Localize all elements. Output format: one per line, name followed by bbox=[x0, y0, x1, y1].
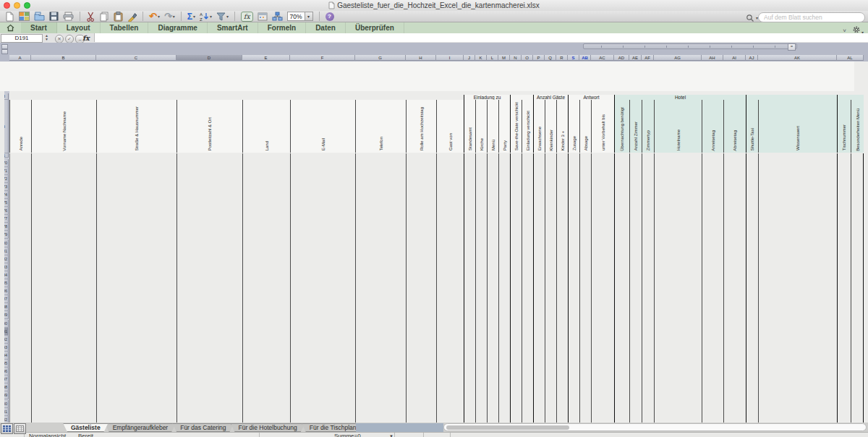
page-layout-view-button[interactable] bbox=[14, 423, 26, 434]
column-title-gast-von[interactable]: Gast von bbox=[436, 100, 464, 153]
formula-builder-icon[interactable]: fx bbox=[241, 11, 252, 22]
column-title-kirche[interactable]: Kirche bbox=[475, 100, 487, 153]
filter-icon[interactable]: ▾ bbox=[216, 11, 229, 22]
search-input[interactable] bbox=[758, 12, 865, 22]
column-header-L[interactable]: L bbox=[487, 55, 498, 61]
sum-dropdown-icon[interactable]: ▼ bbox=[389, 433, 393, 437]
column-header-R[interactable]: R bbox=[556, 55, 568, 61]
column-header-AC[interactable]: AC bbox=[591, 55, 614, 61]
column-header-P[interactable]: P bbox=[533, 55, 545, 61]
column-header-AB[interactable]: AB bbox=[579, 55, 591, 61]
column-header-AD[interactable]: AD bbox=[614, 55, 629, 61]
column-title-postleitzahl-ort[interactable]: Postleitzahl & Ort bbox=[176, 100, 242, 153]
toolbox-icon[interactable] bbox=[258, 11, 268, 22]
undo-icon[interactable]: ↶▾ bbox=[149, 11, 160, 22]
column-title-land[interactable]: Land bbox=[242, 100, 290, 153]
column-title-übernachtung-benötigt[interactable]: Übernachtung benötigt bbox=[614, 100, 629, 153]
column-title-telefon[interactable]: Telefon bbox=[355, 100, 406, 153]
column-title-unter-vorbehalt-bis[interactable]: unter Vorbehalt bis bbox=[591, 100, 614, 153]
ribbon-tab-daten[interactable]: Daten bbox=[306, 22, 346, 33]
column-title-tischnummer[interactable]: Tischnummer bbox=[837, 100, 851, 153]
column-header-AK[interactable]: AK bbox=[758, 55, 837, 61]
sheet-tab-empfängeraufkleber[interactable]: Empfängeraufkleber bbox=[105, 423, 176, 433]
column-title-shuttle-taxi[interactable]: Shuttle-Taxi bbox=[746, 100, 758, 153]
ribbon-tab-layout[interactable]: Layout bbox=[57, 22, 101, 33]
horizontal-scrollbar[interactable] bbox=[443, 423, 867, 431]
column-title-anreisetag[interactable]: Anreisetag bbox=[702, 100, 723, 153]
column-title-einladung-verschickt[interactable]: Einladung verschickt bbox=[522, 100, 533, 153]
column-header-F[interactable]: F bbox=[290, 55, 355, 61]
ribbon-tab-überprüfen[interactable]: Überprüfen bbox=[346, 22, 404, 33]
save-icon[interactable] bbox=[49, 11, 59, 22]
help-icon[interactable]: ? bbox=[326, 12, 334, 21]
column-title-save-the-date-verschickt[interactable]: Save-the-Date verschickt bbox=[510, 100, 522, 153]
media-browser-icon[interactable] bbox=[272, 11, 283, 22]
home-icon[interactable] bbox=[0, 22, 21, 35]
column-title-vorname-nachname[interactable]: Vorname Nachname bbox=[31, 100, 96, 153]
column-header-I[interactable]: I bbox=[436, 55, 464, 61]
column-title-besonderheiten-menü[interactable]: Besonderheiten Menü bbox=[851, 100, 864, 153]
name-box-stepper[interactable]: ▲▼ bbox=[43, 34, 50, 43]
ribbon-tab-start[interactable]: Start bbox=[21, 22, 57, 33]
column-title-erwachsene[interactable]: Erwachsene bbox=[533, 100, 545, 153]
column-header-C[interactable]: C bbox=[96, 55, 176, 61]
column-header-B[interactable]: B bbox=[31, 55, 96, 61]
column-title-zimmertyp[interactable]: Zimmertyp bbox=[642, 100, 654, 153]
format-painter-icon[interactable] bbox=[127, 11, 137, 22]
column-title-anzahl-zimmer[interactable]: Anzahl Zimmer bbox=[629, 100, 642, 153]
ribbon-tab-formeln[interactable]: Formeln bbox=[258, 22, 306, 33]
template-gallery-icon[interactable] bbox=[19, 11, 30, 22]
column-title-party[interactable]: Party bbox=[498, 100, 510, 153]
column-header-O[interactable]: O bbox=[522, 55, 533, 61]
sheet-tab-für-die-hotelbuchung[interactable]: Für die Hotelbuchung bbox=[231, 423, 305, 433]
column-header-AL[interactable]: AL bbox=[837, 55, 864, 61]
column-header-AF[interactable]: AF bbox=[642, 55, 654, 61]
ribbon-tab-smartart[interactable]: SmartArt bbox=[208, 22, 258, 33]
ribbon-tab-tabellen[interactable]: Tabellen bbox=[101, 22, 149, 33]
sort-ascending-icon[interactable]: AZ▾ bbox=[200, 11, 212, 22]
column-title-absage[interactable]: Absage bbox=[579, 100, 591, 153]
column-header-A[interactable]: A bbox=[9, 55, 31, 61]
sum-indicator[interactable]: Summe=0 bbox=[334, 433, 361, 437]
column-header-S[interactable]: S bbox=[568, 55, 579, 61]
paste-icon[interactable] bbox=[114, 11, 123, 22]
column-title-e-mail[interactable]: E-Mail bbox=[290, 100, 355, 153]
column-title-zusage[interactable]: Zusage bbox=[568, 100, 579, 153]
column-header-Q[interactable]: Q bbox=[545, 55, 556, 61]
column-title-rolle-am-hochzeitstag[interactable]: Rolle am Hochzeitstag bbox=[406, 100, 436, 153]
column-header-E[interactable]: E bbox=[242, 55, 290, 61]
column-title-wissenswert[interactable]: Wissenswert bbox=[758, 100, 837, 153]
column-header-D[interactable]: D bbox=[176, 55, 242, 61]
column-header-AG[interactable]: AG bbox=[654, 55, 702, 61]
new-workbook-icon[interactable] bbox=[5, 11, 14, 22]
column-title-anrede[interactable]: Anrede bbox=[9, 100, 31, 153]
column-header-AJ[interactable]: AJ bbox=[746, 55, 758, 61]
column-header-H[interactable]: H bbox=[406, 55, 436, 61]
column-header-AI[interactable]: AI bbox=[723, 55, 746, 61]
column-title-hotelname[interactable]: Hotelname bbox=[654, 100, 702, 153]
open-icon[interactable] bbox=[34, 11, 45, 22]
column-title-straße-hausnummer[interactable]: Straße & Hausnummer bbox=[96, 100, 176, 153]
name-box[interactable]: D191 bbox=[1, 34, 43, 43]
column-header-M[interactable]: M bbox=[498, 55, 510, 61]
search-icon[interactable] bbox=[746, 14, 755, 22]
pane-button-bottom[interactable] bbox=[1, 49, 8, 54]
column-title-menü[interactable]: Menü bbox=[487, 100, 498, 153]
pane-slider[interactable] bbox=[583, 43, 797, 49]
column-title-standesamt[interactable]: Standesamt bbox=[464, 100, 475, 153]
sheet-tab-gästeliste[interactable]: Gästeliste bbox=[63, 423, 109, 433]
column-header-G[interactable]: G bbox=[355, 55, 406, 61]
pane-slider-handle[interactable]: = bbox=[788, 43, 796, 51]
formula-input[interactable] bbox=[94, 33, 868, 42]
redo-icon[interactable]: ↷▾ bbox=[164, 11, 175, 22]
column-header-J[interactable]: J bbox=[464, 55, 475, 61]
zoom-control[interactable]: 70%▾ bbox=[287, 11, 313, 22]
column-title-abreisetag[interactable]: Abreisetag bbox=[723, 100, 746, 153]
autosum-icon[interactable]: Σ▾ bbox=[187, 11, 195, 22]
copy-icon[interactable] bbox=[99, 11, 109, 22]
column-header-AE[interactable]: AE bbox=[629, 55, 642, 61]
pane-button-top[interactable] bbox=[1, 44, 8, 49]
column-header-AH[interactable]: AH bbox=[702, 55, 723, 61]
column-header-K[interactable]: K bbox=[475, 55, 487, 61]
ribbon-tab-diagramme[interactable]: Diagramme bbox=[148, 22, 207, 33]
